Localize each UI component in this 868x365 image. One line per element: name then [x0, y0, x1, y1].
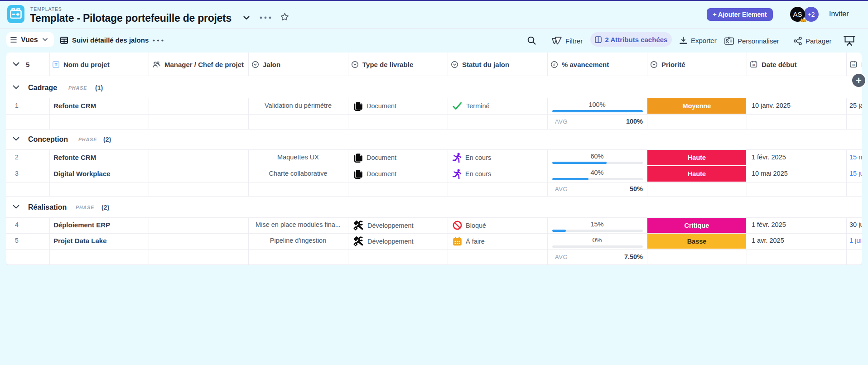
svg-text:#: # — [553, 62, 556, 67]
svg-text:T: T — [54, 62, 57, 67]
